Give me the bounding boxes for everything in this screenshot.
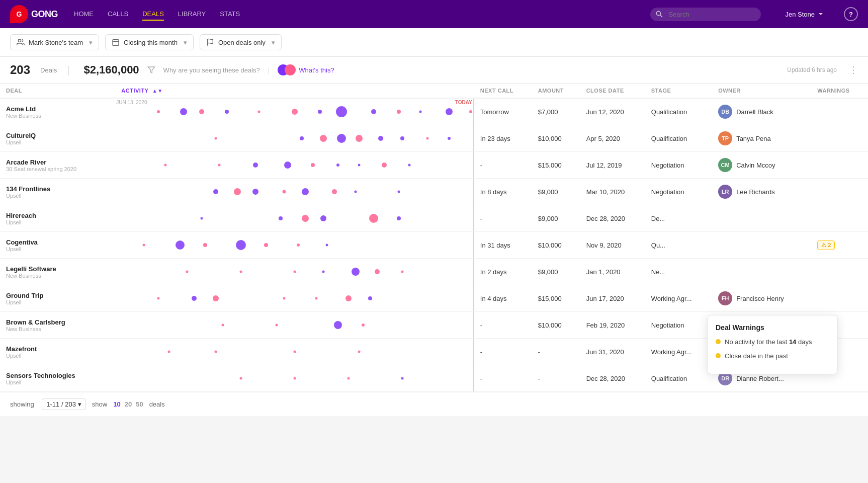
activity-bubble (336, 164, 339, 167)
close-date-cell: Jun 12, 2020 (580, 98, 645, 125)
whats-this[interactable]: What's this? (278, 64, 334, 75)
table-row[interactable]: Legelli SoftwareNew Business In 2 days$9… (0, 259, 868, 285)
activity-bubble (336, 106, 347, 117)
why-text[interactable]: Why are you seeing these deals? (163, 66, 260, 74)
deal-name-cell: CogentivaUpsell (0, 232, 115, 259)
table-row[interactable]: CogentivaUpsell In 31 days$10,000Nov 9, … (0, 232, 868, 259)
nav-deals[interactable]: DEALS (142, 8, 164, 21)
deal-amount: $2,160,000 (84, 63, 139, 76)
activity-bubble (192, 296, 197, 301)
activity-bubble (283, 297, 285, 300)
activity-sort-icon: ▲▼ (152, 88, 163, 94)
activity-bubble (320, 215, 326, 221)
activity-bubble (203, 243, 207, 247)
activity-bubble (369, 214, 378, 223)
page-select[interactable]: 1-11 / 203 ▾ (42, 398, 86, 410)
deal-type: New Business (6, 113, 109, 119)
flag-filter[interactable]: Open deals only ▾ (200, 34, 282, 50)
col-next-call[interactable]: NEXT CALL (474, 84, 532, 98)
deal-type: Upsell (6, 246, 109, 252)
deal-name-cell: Brown & CarlsbergNew Business (0, 312, 115, 339)
owner-avatar: LR (718, 185, 732, 199)
table-row[interactable]: Acme LtdNew Business JUN 13, 2020 TODAY … (0, 98, 868, 125)
logo-text: G (17, 10, 22, 18)
col-warnings[interactable]: WARNINGS (811, 84, 868, 98)
owner-info: TP Tanya Pena (718, 131, 805, 145)
col-amount[interactable]: AMOUNT (532, 84, 580, 98)
period-filter[interactable]: Closing this month ▾ (105, 34, 194, 50)
deals-table-container: DEAL ACTIVITY ▲▼ NEXT CALL AMOUNT CLOSE … (0, 84, 868, 392)
table-row[interactable]: CultureIQUpsell In 23 days$10,000Apr 5, … (0, 125, 868, 152)
stage-cell: Negotiation (645, 312, 712, 339)
close-date-cell: Jan 1, 2020 (580, 259, 645, 285)
nav-calls[interactable]: CALLS (108, 8, 128, 21)
col-owner[interactable]: OWNER (712, 84, 811, 98)
col-deal[interactable]: DEAL (0, 84, 115, 98)
activity-bubble (397, 110, 401, 114)
owner-cell: CM Calvin Mccoy (712, 152, 811, 179)
activity-bubble (337, 134, 346, 143)
activity-bubble (371, 109, 376, 114)
showing-text: showing (10, 400, 36, 408)
team-icon (17, 38, 25, 46)
col-activity[interactable]: ACTIVITY ▲▼ (115, 84, 474, 98)
more-options-icon[interactable]: ⋮ (849, 64, 858, 75)
activity-bubble (315, 297, 317, 300)
activity-cell (115, 312, 474, 339)
filters-bar: Mark Stone's team ▾ Closing this month ▾… (0, 28, 868, 57)
amount-cell: $10,000 (532, 232, 580, 259)
table-row[interactable]: Arcade River30 Seat renewal spring 2020 … (0, 152, 868, 179)
whats-this-label: What's this? (299, 66, 334, 74)
svg-rect-1 (113, 40, 119, 46)
user-name: Jen Stone (785, 11, 815, 18)
flag-filter-label: Open deals only (218, 39, 266, 46)
nav-stats[interactable]: STATS (220, 8, 240, 21)
nav-library[interactable]: LIBRARY (178, 8, 206, 21)
stage-cell: Qualification (645, 365, 712, 392)
activity-chart (115, 152, 474, 178)
activity-bubble (469, 110, 472, 113)
activity-bubble (168, 351, 170, 353)
toggle-circles (278, 64, 296, 75)
owner-avatar: TP (718, 131, 732, 145)
warnings-cell (811, 205, 868, 232)
deal-type: New Business (6, 273, 109, 279)
next-call-cell: - (474, 312, 532, 339)
nav-home[interactable]: HOME (74, 8, 94, 21)
owner-name: Tanya Pena (736, 135, 771, 142)
activity-bubble (157, 110, 160, 113)
period-filter-chevron: ▾ (184, 39, 187, 46)
table-row[interactable]: Ground TripUpsell In 4 days$15,000Jun 17… (0, 285, 868, 312)
search-input[interactable] (650, 8, 761, 21)
deal-type: Upsell (6, 219, 109, 225)
close-date-cell: Mar 10, 2020 (580, 179, 645, 205)
team-filter[interactable]: Mark Stone's team ▾ (10, 34, 99, 50)
show-20[interactable]: 20 (125, 400, 132, 408)
activity-chart (115, 232, 474, 258)
deal-type: Upsell (6, 299, 109, 305)
popover-item-1: No activity for the last 14 days (716, 338, 829, 347)
warning-badge[interactable]: ⚠ 2 (817, 240, 835, 250)
stage-cell: Qualification (645, 125, 712, 152)
show-50[interactable]: 50 (136, 400, 143, 408)
deal-type: Upsell (6, 193, 109, 199)
table-row[interactable]: HirereachUpsell -$9,000Dec 28, 2020De... (0, 205, 868, 232)
activity-bubble (279, 216, 283, 220)
col-close-date[interactable]: CLOSE DATE (580, 84, 645, 98)
help-button[interactable]: ? (844, 7, 858, 21)
deal-name-cell: Acme LtdNew Business (0, 98, 115, 125)
show-10[interactable]: 10 (113, 400, 120, 408)
activity-chart (115, 205, 474, 231)
svg-marker-6 (148, 67, 154, 73)
activity-bubble (362, 324, 365, 327)
user-menu[interactable]: Jen Stone (785, 11, 824, 18)
activity-bubble (180, 108, 187, 115)
activity-bubble (397, 216, 401, 220)
col-stage[interactable]: STAGE (645, 84, 712, 98)
separator: | (67, 64, 69, 76)
logo[interactable]: G GONG (10, 5, 58, 23)
table-row[interactable]: 134 FrontlinesUpsell In 8 days$9,000Mar … (0, 179, 868, 205)
deal-name: Mazefront (6, 345, 109, 353)
activity-bubble (240, 271, 242, 273)
owner-cell (712, 232, 811, 259)
